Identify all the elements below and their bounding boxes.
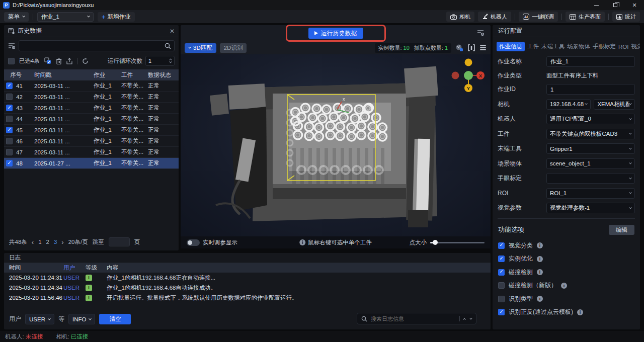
table-row[interactable]: 42 2025-03-11 ... 作业_1 不带关... 正常	[4, 92, 179, 103]
camera-ip-select[interactable]: 192.168.4.68	[546, 99, 591, 110]
table-row[interactable]: 47 2025-03-11 ... 作业_1 不带关... 正常	[4, 147, 179, 158]
tab-3d-match[interactable]: 3D匹配	[185, 43, 216, 53]
tab-scene-object[interactable]: 场景物体	[567, 43, 590, 50]
job-name-input[interactable]	[546, 56, 635, 67]
camera-button[interactable]: 相机	[446, 12, 474, 22]
select-all-checkbox[interactable]	[8, 58, 15, 64]
close-button[interactable]: ✕	[625, 0, 644, 10]
scene-object-select[interactable]: scene_object_1	[546, 158, 635, 169]
minimize-button[interactable]	[587, 0, 606, 10]
log-level-filter-select[interactable]: INFO	[68, 314, 95, 324]
point-size-slider[interactable]	[430, 242, 485, 243]
log-user-filter-select[interactable]: USER	[25, 314, 54, 324]
next-page-icon[interactable]: ›	[61, 238, 63, 246]
copy-select-button[interactable]	[44, 57, 51, 64]
axis-ball-left[interactable]	[452, 72, 459, 79]
tab-roi[interactable]: ROI	[618, 44, 628, 50]
function-option-item[interactable]: 碰撞检测（新版） i	[498, 279, 634, 293]
tab-end-tool[interactable]: 末端工具	[541, 43, 565, 50]
refresh-button[interactable]	[82, 58, 89, 64]
axis-ball-top[interactable]	[465, 59, 472, 66]
hand-eye-select[interactable]	[546, 173, 635, 184]
camera-profile-select[interactable]: XEMA相机配置	[594, 99, 635, 110]
option-checkbox[interactable]	[498, 242, 505, 249]
row-checkbox[interactable]	[6, 160, 13, 166]
job-select-dropdown[interactable]: 作业_1	[37, 12, 94, 22]
log-row[interactable]: 2025-03-20 11:24:34 USER I 作业_1的相机192.16…	[4, 283, 491, 293]
split-view-button[interactable]	[467, 44, 475, 51]
end-tool-select[interactable]: Gripper1	[546, 143, 635, 154]
row-checkbox[interactable]	[6, 94, 13, 100]
tab-part[interactable]: 工件	[527, 43, 539, 50]
row-checkbox[interactable]	[6, 149, 13, 155]
function-option-item[interactable]: 识别正反(通过点云模板) i	[498, 306, 634, 319]
loop-count-input[interactable]	[148, 58, 166, 64]
option-checkbox[interactable]	[498, 255, 505, 262]
page-1[interactable]: 1	[38, 239, 41, 245]
clear-log-button[interactable]: 清空	[99, 314, 131, 324]
new-job-button[interactable]: +新增作业	[98, 12, 135, 22]
roi-select[interactable]: ROI_1	[546, 188, 635, 199]
function-option-item[interactable]: 识别类型 i	[498, 292, 634, 306]
function-option-item[interactable]: 实例优化 i	[498, 252, 634, 266]
option-checkbox[interactable]	[498, 269, 505, 276]
view-menu-button[interactable]	[479, 45, 487, 51]
function-option-item[interactable]: 视觉分类 i	[498, 239, 634, 252]
option-checkbox[interactable]	[498, 282, 505, 289]
realtime-tuning-toggle[interactable]	[187, 239, 200, 246]
row-checkbox[interactable]	[6, 105, 13, 111]
tab-2d-recognition[interactable]: 2D识别	[220, 43, 247, 53]
page-3[interactable]: 3	[54, 239, 57, 245]
function-option-item[interactable]: 碰撞检测 i	[498, 266, 634, 279]
history-close-icon[interactable]: ✕	[170, 28, 175, 35]
axis-ball-center[interactable]	[464, 71, 473, 80]
job-id-input[interactable]	[546, 84, 635, 95]
view-settings-button[interactable]	[476, 29, 485, 36]
one-key-tune-button[interactable]: AI 一键联调	[519, 12, 558, 22]
page-2[interactable]: 2	[46, 239, 49, 245]
tab-hand-eye[interactable]: 手眼标定	[593, 43, 616, 50]
log-row[interactable]: 2025-03-20 11:24:31 USER I 作业_1的相机192.16…	[4, 273, 491, 283]
prev-page-icon[interactable]: ‹	[32, 238, 34, 246]
history-search-input[interactable]	[22, 43, 165, 49]
restore-button[interactable]	[606, 0, 625, 10]
search-next-icon[interactable]	[469, 316, 472, 319]
history-search-field[interactable]	[19, 40, 175, 51]
robot-button[interactable]: 机器人	[478, 12, 511, 22]
search-icon[interactable]	[165, 43, 171, 49]
log-row[interactable]: 2025-03-20 11:56:46 USER I 开启批量运行。批量模式下，…	[4, 293, 491, 303]
3d-viewport-canvas[interactable]: x X Y	[181, 54, 491, 236]
row-checkbox[interactable]	[6, 116, 13, 122]
log-search-input[interactable]	[371, 316, 456, 322]
row-checkbox[interactable]	[6, 82, 13, 89]
loop-count-stepper[interactable]	[145, 56, 175, 66]
tab-job-info[interactable]: 作业信息	[497, 42, 525, 51]
slider-knob[interactable]	[433, 240, 438, 245]
edit-button[interactable]: 编辑	[609, 225, 634, 235]
export-button[interactable]	[66, 58, 72, 64]
axis-gizmo[interactable]: X Y	[449, 56, 488, 95]
table-row[interactable]: 44 2025-03-11 ... 作业_1 不带关... 正常	[4, 114, 179, 125]
filter-settings-button[interactable]	[8, 43, 16, 49]
production-view-button[interactable]: 生产界面	[566, 12, 605, 22]
point-cloud-view-button[interactable]	[455, 44, 463, 52]
table-row[interactable]: 48 2025-01-27 ... 作业_1 不带关... 正常	[4, 158, 179, 169]
option-checkbox[interactable]	[498, 296, 505, 302]
statistics-button[interactable]: 统计	[612, 12, 640, 22]
table-row[interactable]: 41 2025-03-11 ... 作业_1 不带关... 正常	[4, 80, 179, 92]
stepper-down-icon[interactable]	[169, 60, 172, 63]
row-checkbox[interactable]	[6, 127, 13, 133]
menu-button[interactable]: 菜单	[4, 12, 29, 22]
tab-vision-params[interactable]: 视觉参数	[631, 43, 640, 50]
jump-page-input[interactable]	[109, 237, 130, 246]
table-row[interactable]: 46 2025-03-11 ... 作业_1 不带关... 正常	[4, 136, 179, 147]
vision-params-select[interactable]: 视觉处理参数-1	[546, 203, 635, 213]
delete-button[interactable]	[56, 58, 62, 64]
option-checkbox[interactable]	[498, 309, 505, 315]
table-row[interactable]: 43 2025-03-11 ... 作业_1 不带关... 正常	[4, 103, 179, 114]
row-checkbox[interactable]	[6, 138, 13, 144]
run-history-button[interactable]: 运行历史数据	[308, 28, 363, 39]
part-select[interactable]: 不带关键点的双模板CAD3	[546, 129, 635, 139]
search-prev-icon[interactable]	[463, 318, 466, 321]
robot-select[interactable]: 通用TCP配置_0	[546, 114, 635, 124]
